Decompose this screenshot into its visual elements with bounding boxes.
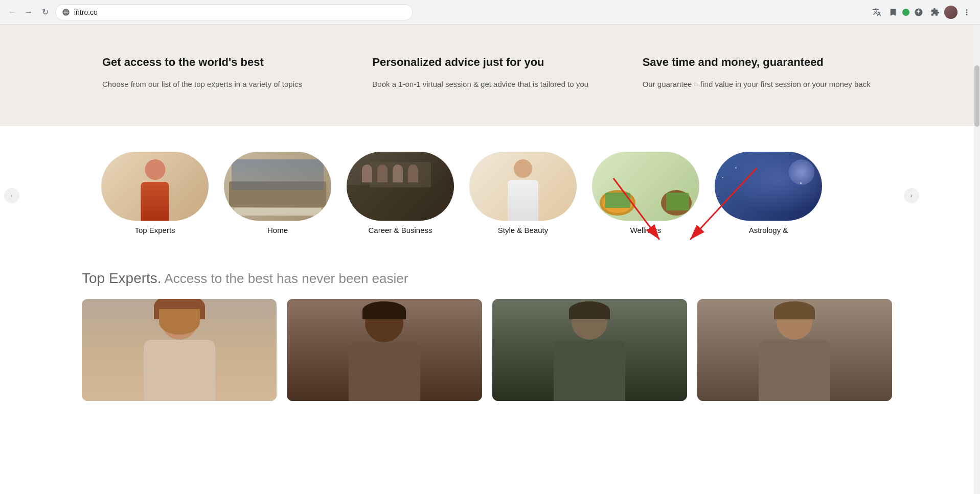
user-avatar[interactable] <box>944 6 958 19</box>
profile-button[interactable] <box>911 5 926 19</box>
extensions-button[interactable] <box>928 5 942 19</box>
back-button[interactable]: ← <box>6 6 18 18</box>
heading-bold: Top Experts. <box>82 270 162 286</box>
top-experts-heading: Top Experts. Access to the best has neve… <box>82 270 892 287</box>
forward-button[interactable]: → <box>22 6 35 18</box>
url-text: intro.co <box>74 8 406 16</box>
scrollbar-track[interactable] <box>974 25 980 401</box>
page-content: Get access to the world's best Choose fr… <box>0 25 974 401</box>
feature-title-3: Save time and money, guaranteed <box>643 55 872 70</box>
expert-card-1[interactable] <box>82 299 277 401</box>
category-style[interactable]: Style & Beauty <box>469 152 577 234</box>
categories-scroll: Top Experts Home <box>19 147 904 245</box>
category-img-astrology <box>715 152 822 221</box>
category-home[interactable]: Home <box>224 152 331 234</box>
feature-item-1: Get access to the world's best Choose fr… <box>102 55 331 90</box>
category-label-style: Style & Beauty <box>498 226 548 234</box>
feature-desc-2: Book a 1-on-1 virtual session & get advi… <box>372 78 601 90</box>
feature-desc-1: Choose from our list of the top experts … <box>102 78 331 90</box>
category-img-wellness <box>592 152 699 221</box>
category-label-career: Career & Business <box>368 226 432 234</box>
category-img-top-experts <box>101 152 209 221</box>
feature-title-2: Personalized advice just for you <box>372 55 601 70</box>
category-label-home: Home <box>267 226 288 234</box>
category-top-experts[interactable]: Top Experts <box>101 152 209 234</box>
status-indicator <box>902 9 909 16</box>
browser-actions <box>870 5 974 19</box>
expert-card-4[interactable] <box>697 299 892 401</box>
features-section: Get access to the world's best Choose fr… <box>0 25 974 126</box>
menu-button[interactable] <box>960 5 974 19</box>
category-img-home <box>224 152 331 221</box>
category-astrology[interactable]: Astrology & <box>715 152 822 234</box>
feature-item-3: Save time and money, guaranteed Our guar… <box>643 55 872 90</box>
feature-desc-3: Our guarantee – find value in your first… <box>643 78 872 90</box>
site-icon <box>62 8 70 16</box>
feature-title-1: Get access to the world's best <box>102 55 331 70</box>
top-experts-section: Top Experts. Access to the best has neve… <box>0 260 974 401</box>
expert-cards <box>82 299 892 401</box>
category-label-astrology: Astrology & <box>749 226 788 234</box>
scroll-right-button[interactable]: › <box>904 188 919 203</box>
category-img-career <box>347 152 454 221</box>
expert-card-3[interactable] <box>492 299 687 401</box>
heading-light: Access to the best has never been easier <box>162 271 408 286</box>
translate-button[interactable] <box>870 5 884 19</box>
refresh-button[interactable]: ↻ <box>39 6 51 18</box>
address-bar: intro.co <box>55 4 413 20</box>
expert-card-2[interactable] <box>287 299 482 401</box>
category-career[interactable]: Career & Business <box>347 152 454 234</box>
category-img-style <box>469 152 577 221</box>
scrollbar-thumb[interactable] <box>974 65 979 127</box>
scroll-left-button[interactable]: ‹ <box>4 188 19 203</box>
category-wellness[interactable]: Wellness <box>592 152 699 234</box>
browser-chrome: ← → ↻ intro.co <box>0 0 980 25</box>
feature-item-2: Personalized advice just for you Book a … <box>372 55 601 90</box>
category-label-top-experts: Top Experts <box>134 226 175 234</box>
categories-section: ‹ Top Experts <box>0 126 974 260</box>
bookmark-button[interactable] <box>886 5 900 19</box>
category-label-wellness: Wellness <box>630 226 662 234</box>
